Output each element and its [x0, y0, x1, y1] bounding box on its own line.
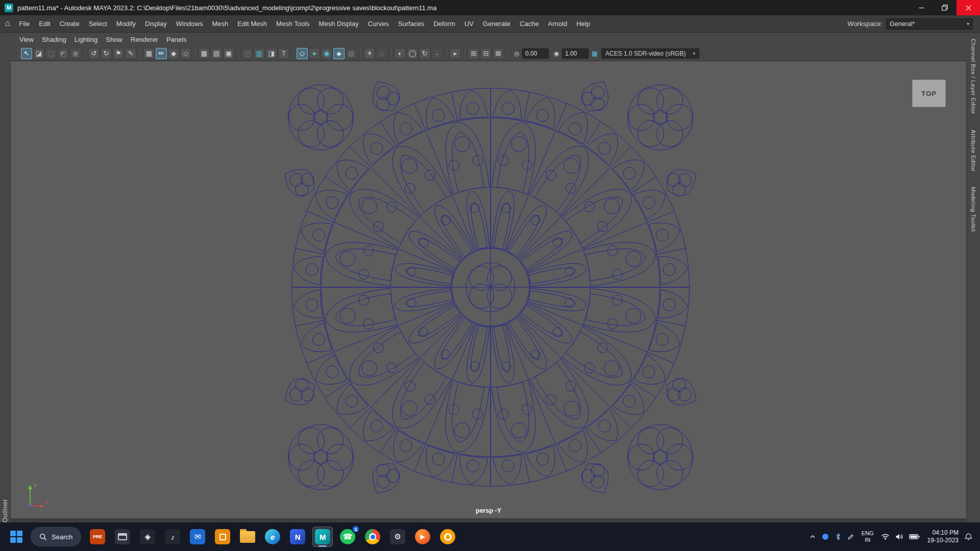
clock[interactable]: 04:10 PM19-10-2023	[925, 529, 959, 544]
render-pause-icon[interactable]: ◒	[431, 48, 443, 59]
viewport[interactable]: TOP Y x persp -Y	[10, 61, 967, 518]
panel-tab-modeling-toolkit[interactable]: Modeling Toolkit	[970, 187, 976, 232]
panel-menu-panels[interactable]: Panels	[162, 34, 191, 45]
taskbar-app-chrome-browser[interactable]	[362, 527, 383, 547]
menu-surfaces[interactable]: Surfaces	[394, 17, 429, 30]
start-button[interactable]	[6, 527, 27, 547]
redo-icon[interactable]: ↻	[101, 48, 112, 59]
hidden-icons-chevron-icon[interactable]	[809, 535, 816, 539]
home-icon[interactable]: ⌂	[4, 18, 14, 30]
panel-menu-show[interactable]: Show	[102, 34, 127, 45]
select-object-icon[interactable]: ▢	[45, 48, 57, 59]
undo-icon[interactable]: ↺	[88, 48, 100, 59]
menu-help[interactable]: Help	[572, 17, 595, 30]
shaded-mode-icon[interactable]: ●	[309, 48, 320, 59]
menu-select[interactable]: Select	[84, 17, 112, 30]
teams-dot-icon[interactable]	[822, 534, 829, 540]
bookmark-icon[interactable]: ⚑	[113, 48, 124, 59]
panel-menu-lighting[interactable]: Lighting	[70, 34, 102, 45]
ipr-render-icon[interactable]: ◯	[407, 48, 418, 59]
select-hierarchy-icon[interactable]: ◪	[33, 48, 44, 59]
coord-field-input[interactable]	[522, 48, 549, 59]
taskbar-app-settings[interactable]: ⚙	[387, 527, 408, 547]
menu-edit-mesh[interactable]: Edit Mesh	[233, 17, 272, 30]
menu-file[interactable]: File	[14, 17, 34, 30]
taskbar-app-autodesk-app[interactable]	[437, 527, 458, 547]
render-settings-icon[interactable]: ↻	[419, 48, 430, 59]
wireframe-mode-icon[interactable]: ◇	[297, 48, 308, 59]
menu-mesh[interactable]: Mesh	[207, 17, 233, 30]
menu-display[interactable]: Display	[140, 17, 172, 30]
menu-arnold[interactable]: Arnold	[544, 17, 572, 30]
taskbar-app-media-player[interactable]: ▶	[412, 527, 433, 547]
menu-create[interactable]: Create	[55, 17, 84, 30]
default-light-icon[interactable]: ☀	[364, 48, 375, 59]
menu-uv[interactable]: UV	[460, 17, 478, 30]
menu-curves[interactable]: Curves	[363, 17, 394, 30]
snap-plane-icon[interactable]: ◇	[180, 48, 191, 59]
panel-tab-attribute-editor[interactable]: Attribute Editor	[970, 130, 976, 171]
snap-curve-icon[interactable]: ✏	[156, 48, 167, 59]
taskbar-app-explorer-app[interactable]	[112, 527, 133, 547]
battery-icon[interactable]	[909, 534, 920, 540]
select-tool-icon[interactable]: ↖	[21, 48, 32, 59]
textured-mode-icon[interactable]: ◉	[321, 48, 332, 59]
wire-on-shaded-icon[interactable]: ◈	[333, 48, 345, 59]
taskbar-app-music-app[interactable]: ♪	[162, 527, 183, 547]
snap-grid-icon[interactable]: ▦	[143, 48, 155, 59]
annotate-icon[interactable]: ✎	[125, 48, 136, 59]
outliner-pane-icon[interactable]: ◨	[266, 48, 277, 59]
wifi-icon[interactable]	[881, 533, 890, 540]
maximize-button[interactable]	[933, 0, 957, 15]
volume-icon[interactable]	[895, 533, 903, 540]
checker-mode-icon[interactable]: ▨	[346, 48, 357, 59]
resolution-gate-icon[interactable]: ▣	[223, 48, 234, 59]
menu-edit[interactable]: Edit	[34, 17, 55, 30]
minimize-button[interactable]	[910, 0, 933, 15]
colorspace-dropdown[interactable]: ACES 1.0 SDR-video (sRGB)▾	[601, 48, 699, 59]
snap-point-icon[interactable]: ◆	[168, 48, 179, 59]
object-mode-icon[interactable]: ▸	[450, 48, 461, 59]
colorspace-icon[interactable]: ▦	[590, 49, 599, 58]
panel-tab-channel-box[interactable]: Channel Box / Layer Editor	[970, 39, 976, 114]
single-pane-icon[interactable]: ◫	[241, 48, 253, 59]
menu-mesh-tools[interactable]: Mesh Tools	[272, 17, 314, 30]
menu-cache[interactable]: Cache	[515, 17, 544, 30]
four-pane-icon[interactable]: ▥	[254, 48, 265, 59]
isolate-toggle-icon[interactable]: ⊠	[493, 48, 504, 59]
select-asset-icon[interactable]: ▣	[70, 48, 81, 59]
menu-generate[interactable]: Generate	[478, 17, 515, 30]
script-pane-icon[interactable]: T	[278, 48, 289, 59]
language-indicator[interactable]: ENGIN	[860, 530, 875, 543]
panel-menu-renderer[interactable]: Renderer	[127, 34, 162, 45]
all-lights-icon[interactable]: ☼	[376, 48, 387, 59]
notifications-icon[interactable]	[964, 533, 973, 541]
search-box[interactable]: Search	[31, 527, 81, 546]
taskbar-app-cube-app[interactable]: ◈	[137, 527, 158, 547]
taskbar-app-maya[interactable]: M	[312, 527, 333, 547]
menu-modify[interactable]: Modify	[112, 17, 140, 30]
workspace-dropdown[interactable]: General* ▾	[886, 18, 973, 30]
pen-icon[interactable]	[847, 534, 854, 540]
taskbar-app-premiere[interactable]: PRE	[87, 527, 108, 547]
coord-field-icon[interactable]: ◎	[512, 49, 521, 58]
scale-field-icon[interactable]: ◉	[552, 49, 561, 58]
taskbar-app-file-explorer[interactable]	[237, 527, 258, 547]
taskbar-app-onenote-app[interactable]: N	[287, 527, 308, 547]
render-current-icon[interactable]: ◐	[395, 48, 406, 59]
bluetooth-icon[interactable]	[835, 533, 842, 540]
menu-deform[interactable]: Deform	[429, 17, 460, 30]
menu-windows[interactable]: Windows	[172, 17, 208, 30]
scale-field-input[interactable]	[562, 48, 589, 59]
grid-toggle-icon[interactable]: ▦	[199, 48, 210, 59]
close-button[interactable]	[957, 0, 980, 15]
menu-mesh-display[interactable]: Mesh Display	[314, 17, 363, 30]
taskbar-app-edge-browser[interactable]: e	[262, 527, 283, 547]
outliner-panel-strip[interactable]: Outliner	[0, 33, 10, 522]
taskbar-app-mail-app[interactable]: ✉	[187, 527, 208, 547]
select-component-icon[interactable]: ◩	[58, 48, 69, 59]
isolate-remove-icon[interactable]: ⊟	[480, 48, 492, 59]
taskbar-app-office-app[interactable]	[212, 527, 233, 547]
taskbar-app-whatsapp[interactable]: ☎1	[337, 527, 358, 547]
isolate-add-icon[interactable]: ⊞	[468, 48, 479, 59]
